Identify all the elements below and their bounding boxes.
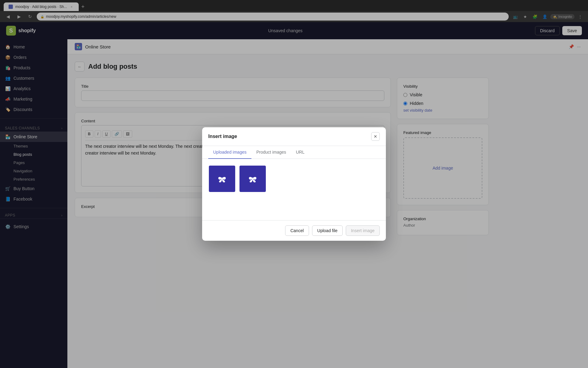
tab-url-label: URL xyxy=(296,150,304,155)
dialog-overlay[interactable]: Insert image ✕ Uploaded images Product i… xyxy=(0,0,588,368)
image-thumb-inner-2 xyxy=(239,166,266,192)
cancel-button[interactable]: Cancel xyxy=(285,225,309,236)
insert-image-button: Insert image xyxy=(346,225,380,236)
tab-uploaded-label: Uploaded images xyxy=(213,150,247,155)
dialog-close-button[interactable]: ✕ xyxy=(371,132,380,141)
tab-uploaded-images[interactable]: Uploaded images xyxy=(208,146,251,159)
butterfly-icon-1 xyxy=(217,173,228,184)
image-grid xyxy=(208,165,380,193)
image-thumb-2[interactable] xyxy=(239,165,266,193)
upload-file-button[interactable]: Upload file xyxy=(312,225,343,236)
butterfly-icon-2 xyxy=(247,173,258,184)
close-icon: ✕ xyxy=(374,134,377,139)
insert-image-dialog: Insert image ✕ Uploaded images Product i… xyxy=(202,127,386,241)
dialog-header: Insert image ✕ xyxy=(202,127,386,146)
dialog-footer: Cancel Upload file Insert image xyxy=(202,220,386,241)
svg-point-2 xyxy=(252,178,253,181)
tab-product-label: Product images xyxy=(256,150,286,155)
svg-point-1 xyxy=(222,178,222,181)
dialog-body xyxy=(202,159,386,220)
dialog-title: Insert image xyxy=(208,134,237,139)
tab-url[interactable]: URL xyxy=(291,146,309,159)
dialog-tabs: Uploaded images Product images URL xyxy=(202,146,386,159)
image-thumb-1[interactable] xyxy=(208,165,236,193)
image-thumb-inner-1 xyxy=(209,166,235,192)
tab-product-images[interactable]: Product images xyxy=(251,146,291,159)
